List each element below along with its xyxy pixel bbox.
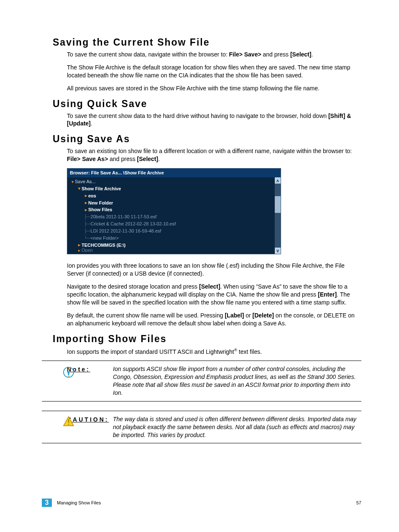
tree-item-showfiles[interactable]: Show Files (67, 206, 275, 213)
scroll-down-button[interactable]: v (275, 248, 281, 254)
tree-item-file[interactable]: ├─ 20beta 2012-11-30 11-17-53.esf (67, 213, 275, 220)
tree-connector: └─ (84, 235, 91, 241)
chevron-right-icon (77, 242, 82, 248)
svg-rect-2 (68, 371, 69, 375)
tree-label: Save As... (75, 179, 96, 185)
heading-saving: Saving the Current Show File (53, 37, 361, 48)
tree-item-file[interactable]: ├─ Cricket & Cache 2012-02-28 13-02-10.e… (67, 220, 275, 228)
text: To save the current show data to the har… (67, 113, 328, 119)
text: or (244, 312, 252, 319)
tree-item-newfolder-placeholder[interactable]: └─ <new Folder> (67, 235, 275, 242)
svg-point-3 (68, 376, 69, 377)
paragraph: Navigate to the desired storage location… (67, 283, 361, 307)
tree-item-file[interactable]: ├─ LDI 2012 2012-11-30 16-59-48.esf (67, 228, 275, 235)
browser-tree: Save As... Show File Archive eos New Fol… (67, 177, 275, 254)
paragraph: To save the current show data, navigate … (67, 51, 361, 59)
text: . (91, 120, 92, 127)
tree-item-techcommgs[interactable]: TECHCOMMGS (E:\) (67, 242, 275, 249)
tree-item-eos[interactable]: eos (67, 192, 275, 200)
paragraph: To save the current show data to the har… (67, 112, 361, 128)
paragraph: To save an existing Ion show file to a d… (67, 147, 361, 163)
tree-item-open[interactable]: Open (67, 248, 275, 252)
chevron-right-icon (83, 200, 88, 206)
svg-point-1 (68, 368, 69, 370)
tree-label: 20beta 2012-11-30 11-17-53.esf (91, 214, 157, 220)
browser-header: Browser: File Save As... \Show File Arch… (67, 169, 281, 177)
text: and press (261, 51, 290, 58)
tree-item-newfolder[interactable]: New Folder (67, 200, 275, 207)
registered-mark: ® (234, 348, 237, 352)
scroll-track[interactable] (275, 184, 281, 248)
tree-item-saveas[interactable]: Save As... (67, 178, 275, 185)
paragraph: The Show File Archive is the default sto… (67, 64, 361, 79)
tree-connector: ├─ (84, 214, 91, 220)
tree-label: Show File Archive (82, 186, 121, 192)
tree-label: Cricket & Cache 2012-02-28 13-02-10.esf (91, 221, 176, 227)
scroll-thumb[interactable] (275, 196, 281, 213)
tree-label: TECHCOMMGS (E:\) (82, 242, 125, 248)
note-text: Ion supports ASCII show file import from… (113, 365, 361, 397)
paragraph: Ion supports the import of standard USIT… (67, 347, 361, 356)
text-bold: [Delete] (253, 312, 274, 319)
caution-block: CAUTION: The way data is stored and used… (42, 411, 361, 443)
heading-quicksave: Using Quick Save (53, 98, 361, 110)
text: . (158, 156, 160, 162)
tree-label: Show Files (88, 207, 112, 213)
chevron-down-icon (77, 186, 82, 192)
caution-icon (63, 416, 75, 428)
chapter-number: 3 (42, 499, 52, 507)
scroll-up-button[interactable]: ʌ (275, 177, 281, 184)
text-bold: File> Save As> (67, 156, 108, 162)
page-number: 57 (356, 500, 361, 505)
caution-text: The way data is stored and used is often… (113, 415, 361, 439)
browser-scrollbar[interactable]: ʌ v (275, 177, 281, 254)
text: By default, the current show file name w… (67, 312, 225, 319)
text-bold: [Select] (290, 51, 312, 58)
text-bold: [Select] (199, 283, 220, 290)
tree-connector: ├─ (84, 221, 91, 227)
text: To save the current show data, navigate … (67, 51, 229, 58)
svg-rect-5 (68, 419, 69, 423)
page-footer: 3 Managing Show Files 57 (42, 499, 361, 507)
text: . (311, 51, 313, 58)
text-bold: [Label] (225, 312, 244, 319)
text-bold: File> Save> (229, 51, 261, 58)
text: and press (108, 156, 137, 162)
tree-label: New Folder (88, 200, 113, 206)
heading-saveas: Using Save As (53, 133, 361, 145)
tree-label: LDI 2012 2012-11-30 16-59-48.esf (91, 228, 161, 234)
paragraph: Ion provides you with three locations to… (67, 262, 361, 278)
tree-item-archive[interactable]: Show File Archive (67, 185, 275, 192)
paragraph: All previous saves are stored in the Sho… (67, 84, 361, 92)
note-icon (63, 366, 75, 379)
paragraph: By default, the current show file name w… (67, 312, 361, 327)
chevron-right-icon (83, 207, 88, 213)
tree-label: <new Folder> (91, 235, 119, 241)
svg-point-6 (68, 424, 69, 425)
text: Navigate to the desired storage location… (67, 283, 199, 290)
chevron-right-icon (77, 248, 82, 252)
tree-label: eos (88, 193, 96, 199)
text-bold: [Enter] (318, 291, 337, 298)
footer-section-title: Managing Show Files (57, 500, 101, 505)
text-bold: [Select] (137, 156, 159, 162)
browser-panel: Browser: File Save As... \Show File Arch… (67, 168, 281, 254)
chevron-right-icon (83, 193, 88, 199)
tree-connector: ├─ (84, 228, 91, 234)
tree-label: Open (82, 248, 93, 252)
note-block: Note: Ion supports ASCII show file impor… (42, 361, 361, 401)
text: text files. (237, 348, 262, 355)
text: To save an existing Ion show file to a d… (67, 148, 352, 154)
heading-importing: Importing Show Files (53, 333, 361, 345)
text: Ion supports the import of standard USIT… (67, 348, 234, 355)
chevron-down-icon (70, 179, 75, 185)
